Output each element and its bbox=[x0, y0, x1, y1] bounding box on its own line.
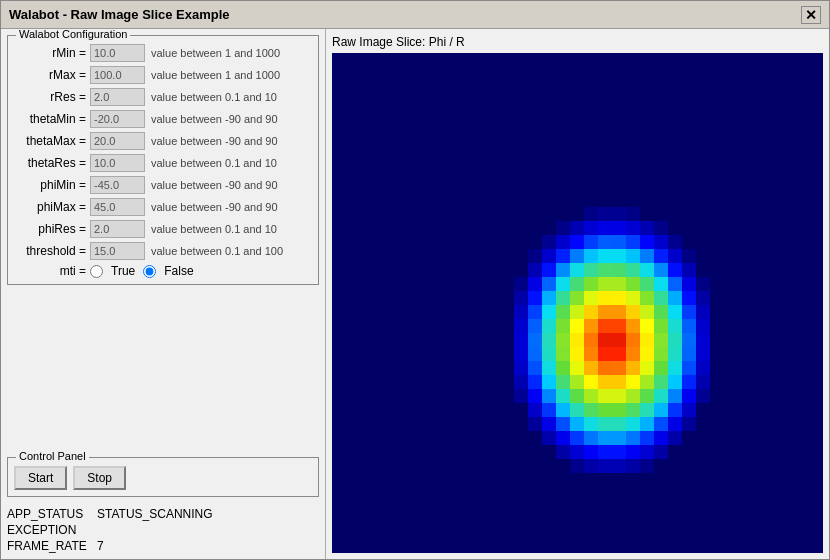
rres-input[interactable] bbox=[90, 88, 145, 106]
thetamin-hint: value between -90 and 90 bbox=[151, 113, 278, 125]
thetamax-label: thetaMax = bbox=[14, 134, 86, 148]
mti-true-label: True bbox=[111, 264, 135, 278]
config-row-rmax: rMax = value between 1 and 1000 bbox=[14, 66, 312, 84]
thetares-hint: value between 0.1 and 10 bbox=[151, 157, 277, 169]
threshold-label: threshold = bbox=[14, 244, 86, 258]
close-button[interactable]: ✕ bbox=[801, 6, 821, 24]
rmax-input[interactable] bbox=[90, 66, 145, 84]
config-row-thetamax: thetaMax = value between -90 and 90 bbox=[14, 132, 312, 150]
phimax-input[interactable] bbox=[90, 198, 145, 216]
phimin-label: phiMin = bbox=[14, 178, 86, 192]
content-area: Walabot Configuration rMin = value betwe… bbox=[1, 29, 829, 559]
thetamin-label: thetaMin = bbox=[14, 112, 86, 126]
window-title: Walabot - Raw Image Slice Example bbox=[9, 7, 230, 22]
config-group-label: Walabot Configuration bbox=[16, 29, 130, 40]
rmin-hint: value between 1 and 1000 bbox=[151, 47, 280, 59]
mti-false-label: False bbox=[164, 264, 193, 278]
stop-button[interactable]: Stop bbox=[73, 466, 126, 490]
mti-true-radio[interactable] bbox=[90, 265, 103, 278]
config-row-rmin: rMin = value between 1 and 1000 bbox=[14, 44, 312, 62]
status-area: APP_STATUS STATUS_SCANNING EXCEPTION FRA… bbox=[7, 507, 319, 555]
config-row-thetares: thetaRes = value between 0.1 and 10 bbox=[14, 154, 312, 172]
heatmap bbox=[332, 53, 823, 553]
rres-hint: value between 0.1 and 10 bbox=[151, 91, 277, 103]
mti-false-radio[interactable] bbox=[143, 265, 156, 278]
config-row-phimax: phiMax = value between -90 and 90 bbox=[14, 198, 312, 216]
control-group-label: Control Panel bbox=[16, 450, 89, 462]
phires-label: phiRes = bbox=[14, 222, 86, 236]
thetamax-input[interactable] bbox=[90, 132, 145, 150]
app-status-val: STATUS_SCANNING bbox=[97, 507, 213, 521]
mti-radio-group: True False bbox=[90, 264, 194, 278]
config-row-phires: phiRes = value between 0.1 and 10 bbox=[14, 220, 312, 238]
phires-input[interactable] bbox=[90, 220, 145, 238]
thetamin-input[interactable] bbox=[90, 110, 145, 128]
mti-label: mti = bbox=[14, 264, 86, 278]
main-window: Walabot - Raw Image Slice Example ✕ Wala… bbox=[0, 0, 830, 560]
phimax-label: phiMax = bbox=[14, 200, 86, 214]
config-group: Walabot Configuration rMin = value betwe… bbox=[7, 35, 319, 285]
config-row-rres: rRes = value between 0.1 and 10 bbox=[14, 88, 312, 106]
button-row: Start Stop bbox=[14, 466, 312, 490]
rmin-label: rMin = bbox=[14, 46, 86, 60]
viz-title: Raw Image Slice: Phi / R bbox=[332, 35, 823, 49]
status-row-framerate: FRAME_RATE 7 bbox=[7, 539, 319, 553]
rres-label: rRes = bbox=[14, 90, 86, 104]
threshold-hint: value between 0.1 and 100 bbox=[151, 245, 283, 257]
thetares-input[interactable] bbox=[90, 154, 145, 172]
config-row-threshold: threshold = value between 0.1 and 100 bbox=[14, 242, 312, 260]
title-bar: Walabot - Raw Image Slice Example ✕ bbox=[1, 1, 829, 29]
phimin-hint: value between -90 and 90 bbox=[151, 179, 278, 191]
thetares-label: thetaRes = bbox=[14, 156, 86, 170]
config-row-phimin: phiMin = value between -90 and 90 bbox=[14, 176, 312, 194]
config-row-thetamin: thetaMin = value between -90 and 90 bbox=[14, 110, 312, 128]
rmax-hint: value between 1 and 1000 bbox=[151, 69, 280, 81]
config-row-mti: mti = True False bbox=[14, 264, 312, 278]
thetamax-hint: value between -90 and 90 bbox=[151, 135, 278, 147]
start-button[interactable]: Start bbox=[14, 466, 67, 490]
phires-hint: value between 0.1 and 10 bbox=[151, 223, 277, 235]
frame-rate-key: FRAME_RATE bbox=[7, 539, 97, 553]
phimin-input[interactable] bbox=[90, 176, 145, 194]
frame-rate-val: 7 bbox=[97, 539, 104, 553]
status-row-exception: EXCEPTION bbox=[7, 523, 319, 537]
status-row-app: APP_STATUS STATUS_SCANNING bbox=[7, 507, 319, 521]
right-panel: Raw Image Slice: Phi / R bbox=[326, 29, 829, 559]
rmin-input[interactable] bbox=[90, 44, 145, 62]
phimax-hint: value between -90 and 90 bbox=[151, 201, 278, 213]
app-status-key: APP_STATUS bbox=[7, 507, 97, 521]
viz-canvas bbox=[332, 53, 823, 553]
rmax-label: rMax = bbox=[14, 68, 86, 82]
threshold-input[interactable] bbox=[90, 242, 145, 260]
control-group: Control Panel Start Stop bbox=[7, 457, 319, 497]
left-panel: Walabot Configuration rMin = value betwe… bbox=[1, 29, 326, 559]
exception-key: EXCEPTION bbox=[7, 523, 97, 537]
